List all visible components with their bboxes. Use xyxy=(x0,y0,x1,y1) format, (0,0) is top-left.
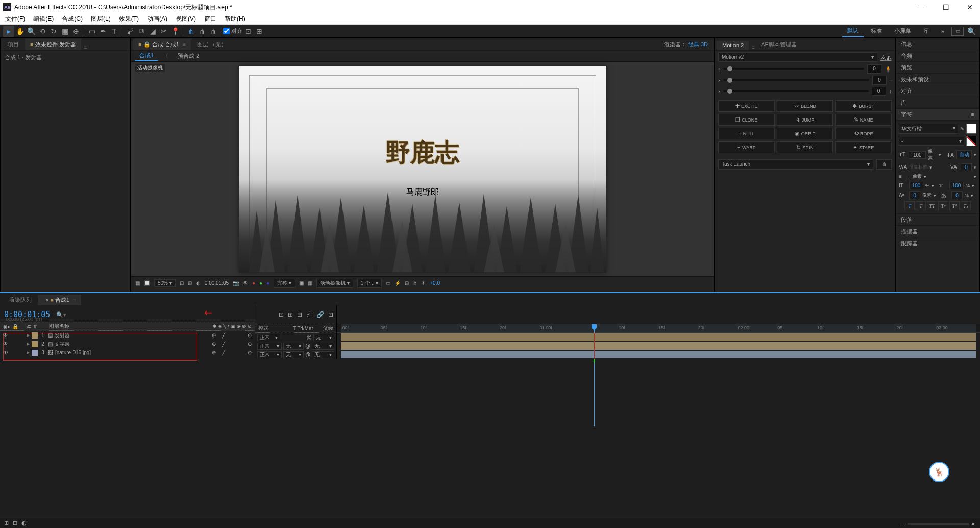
timeline-tracks[interactable]: :00f05f10f 15f20f01:00f 10f15f 20f02:00f… xyxy=(337,305,980,359)
parent-pickwhip-icon[interactable]: @ xyxy=(307,334,312,340)
burst-button[interactable]: ✱BURST xyxy=(835,100,892,112)
label-color[interactable] xyxy=(32,341,38,347)
subscript[interactable]: T₁ xyxy=(961,201,971,210)
snap-toggle[interactable]: 对齐 xyxy=(223,27,242,35)
hscale-input[interactable]: 100 xyxy=(949,182,964,189)
views-dropdown[interactable]: 1 个... ▾ xyxy=(357,279,382,288)
video-toggle-icon[interactable]: 👁 xyxy=(3,350,8,355)
task-launch-dropdown[interactable]: Task Launch▾ xyxy=(718,159,873,170)
toggle-modes-icon[interactable]: ⊟ xyxy=(13,520,17,526)
workspace-library[interactable]: 库 xyxy=(918,25,934,37)
show-snapshot-icon[interactable]: 👁 xyxy=(243,280,248,286)
warp-button[interactable]: ⌁WARP xyxy=(718,141,775,153)
flowchart-icon[interactable]: ⋔ xyxy=(413,280,417,286)
preview-timecode[interactable]: 0:00:01:05 xyxy=(205,280,229,286)
canvas[interactable]: 野鹿志 马鹿野郎 xyxy=(239,66,606,273)
layer-row-2[interactable]: 👁 ▶ 2 ▧ 文字层 ⊕╱⊙ xyxy=(0,340,255,348)
tab-timeline-comp[interactable]: × ■ 合成1 ≡ xyxy=(38,295,81,305)
slider-nav-left-icon[interactable]: › xyxy=(718,88,720,94)
zoom-tool[interactable]: 🔍 xyxy=(26,26,37,37)
slider-value-2[interactable]: 0 xyxy=(872,76,887,85)
roi-icon[interactable]: ▣ xyxy=(299,280,304,286)
transparency-icon[interactable]: ▦ xyxy=(308,280,312,286)
slider-nav-left-icon[interactable]: › xyxy=(718,77,720,83)
always-preview-icon[interactable]: ▦ xyxy=(135,280,140,286)
hand-tool[interactable]: ✋ xyxy=(14,26,26,37)
panel-menu-icon[interactable]: ≡ xyxy=(84,44,87,50)
view-axis-icon[interactable]: ⋔ xyxy=(208,26,219,37)
reset-workspace-icon[interactable]: ▭ xyxy=(951,27,964,36)
font-style-dropdown[interactable]: -▾ xyxy=(899,137,964,146)
layer-name[interactable]: 发射器 xyxy=(55,332,210,339)
slider-nav-left-icon[interactable]: ‹ xyxy=(718,66,720,72)
orbit-button[interactable]: ◉ORBIT xyxy=(777,128,834,139)
lock-header-icon[interactable]: 🔒 xyxy=(12,324,18,329)
resolution-icon[interactable]: ⊡ xyxy=(180,280,184,286)
comp-tab-1[interactable]: 合成1 xyxy=(135,51,158,61)
minimize-button[interactable]: — xyxy=(914,3,929,11)
slider-icon-1[interactable]: 🧍 xyxy=(885,66,892,73)
menu-animation[interactable]: 动画(A) xyxy=(144,14,170,25)
toggle-transfer-icon[interactable]: ◐ xyxy=(21,520,27,526)
exposure-value[interactable]: +0.0 xyxy=(430,280,440,286)
slider-icon-3[interactable]: ↓ xyxy=(889,88,892,94)
pan-behind-tool[interactable]: ⊕ xyxy=(70,26,82,37)
tl-tool-icon[interactable]: ⊡ xyxy=(279,311,284,318)
renderer-label[interactable]: 渲染器： 经典 3D xyxy=(660,39,712,50)
tab-effect-controls[interactable]: ■ 效果控件 发射器 xyxy=(25,39,81,50)
leading-input[interactable]: 自动 xyxy=(956,150,972,159)
twirl-icon[interactable]: ▶ xyxy=(27,333,30,338)
menu-view[interactable]: 视图(V) xyxy=(173,14,199,25)
tab-composition[interactable]: ■ 🔒 合成 合成1 ≡ xyxy=(133,39,191,50)
grid-icon[interactable]: ⊞ xyxy=(188,280,192,286)
mask-toggle-icon[interactable]: ◐ xyxy=(196,280,201,286)
eyedropper-icon[interactable]: ✎ xyxy=(960,126,964,132)
toggle-switches-icon[interactable]: ⊞ xyxy=(4,520,9,526)
composition-viewer[interactable]: 活动摄像机 xyxy=(131,62,714,276)
panel-wiggler[interactable]: 摇摆器 xyxy=(896,225,979,237)
character-menu-icon[interactable]: ≡ xyxy=(971,111,974,117)
panel-tracker[interactable]: 跟踪器 xyxy=(896,237,979,249)
comp-tab-menu[interactable]: ≡ xyxy=(183,42,186,47)
stare-button[interactable]: ✦STARE xyxy=(835,141,892,153)
layer-bar-1[interactable] xyxy=(341,333,976,341)
snap-option-icon[interactable]: ⊡ xyxy=(242,26,254,37)
layer-name[interactable]: [nature-016.jpg] xyxy=(55,350,210,355)
tab-project[interactable]: 项目 xyxy=(3,39,24,50)
trkmat-dropdown[interactable]: 无▾ xyxy=(283,343,304,350)
menu-layer[interactable]: 图层(L) xyxy=(88,14,114,25)
camera-dropdown[interactable]: 活动摄像机 ▾ xyxy=(316,279,353,288)
parent-dropdown[interactable]: 无▾ xyxy=(312,343,334,350)
tl-tool-icon[interactable]: 🏷 xyxy=(306,311,312,318)
video-toggle-icon[interactable]: 👁 xyxy=(3,341,8,347)
blend-mode-dropdown[interactable]: 正常▾ xyxy=(257,351,282,358)
zoom-slider[interactable] xyxy=(908,523,969,525)
menu-composition[interactable]: 合成(C) xyxy=(59,14,86,25)
tracking-input[interactable]: 0 xyxy=(961,163,972,171)
puppet-tool[interactable]: 📍 xyxy=(169,26,181,37)
blend-button[interactable]: 〰BLEND xyxy=(777,100,834,112)
resolution-dropdown[interactable]: 完整 ▾ xyxy=(274,279,295,288)
snap-option2-icon[interactable]: ⊞ xyxy=(254,26,265,37)
faux-bold[interactable]: T xyxy=(904,201,915,210)
menu-edit[interactable]: 编辑(E) xyxy=(30,14,57,25)
snapshot-icon[interactable]: 📷 xyxy=(233,280,239,286)
zoom-in-icon[interactable]: ▲ xyxy=(970,520,976,526)
workspace-more[interactable]: » xyxy=(936,26,949,36)
pixel-aspect-icon[interactable]: ▭ xyxy=(386,280,390,286)
twirl-icon[interactable]: ▶ xyxy=(27,350,30,355)
faux-italic[interactable]: T xyxy=(916,201,926,210)
kerning-value[interactable]: 度量标准 xyxy=(909,164,927,171)
slider-value-1[interactable]: 0 xyxy=(867,64,881,74)
video-toggle-icon[interactable]: 👁 xyxy=(3,332,8,338)
orbit-tool[interactable]: ⟲ xyxy=(37,26,48,37)
superscript[interactable]: T¹ xyxy=(949,201,960,210)
av-toggle-header-icon[interactable]: ◉▸ xyxy=(3,324,10,329)
reset-exposure-icon[interactable]: ☀ xyxy=(421,280,426,286)
panel-audio[interactable]: 音频 xyxy=(896,50,979,62)
comp-tab-2[interactable]: 预合成 2 xyxy=(174,51,203,61)
brush-tool[interactable]: 🖌 xyxy=(125,26,136,37)
menu-help[interactable]: 帮助(H) xyxy=(222,14,249,25)
eraser-tool[interactable]: ◢ xyxy=(147,26,158,37)
parent-pickwhip-icon[interactable]: @ xyxy=(305,343,310,349)
